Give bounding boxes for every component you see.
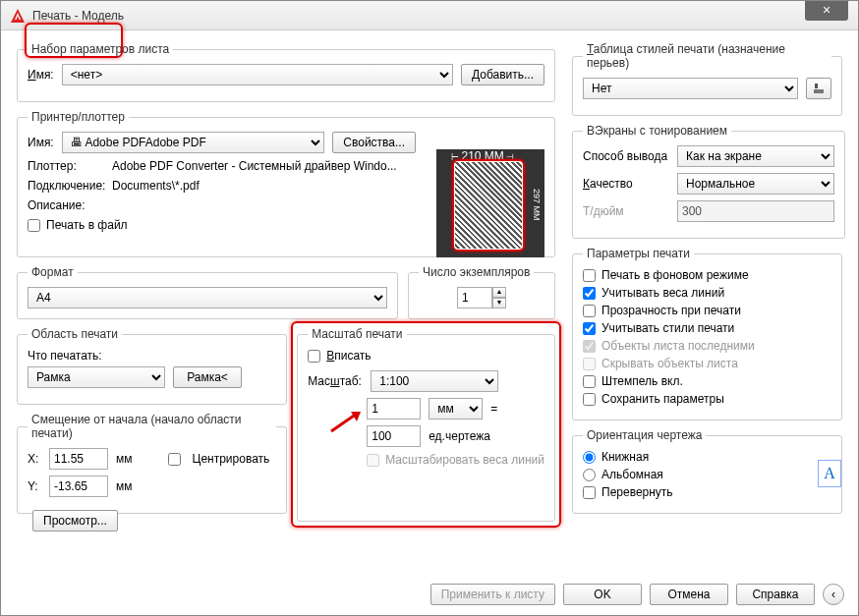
- print-dialog: Печать - Модель × Набор параметров листа…: [0, 0, 859, 616]
- collapse-button[interactable]: ‹: [823, 584, 844, 605]
- window-title: Печать - Модель: [32, 9, 124, 23]
- ok-button[interactable]: OK: [563, 584, 642, 605]
- preview-button[interactable]: Просмотр...: [32, 510, 118, 532]
- app-icon: [9, 7, 27, 25]
- apply-button: Применить к листу: [430, 584, 555, 605]
- cancel-button[interactable]: Отмена: [650, 584, 728, 605]
- help-button[interactable]: Справка: [736, 584, 815, 605]
- close-button[interactable]: ×: [805, 1, 848, 21]
- chevron-left-icon: ‹: [831, 588, 835, 601]
- titlebar: Печать - Модель ×: [1, 1, 858, 30]
